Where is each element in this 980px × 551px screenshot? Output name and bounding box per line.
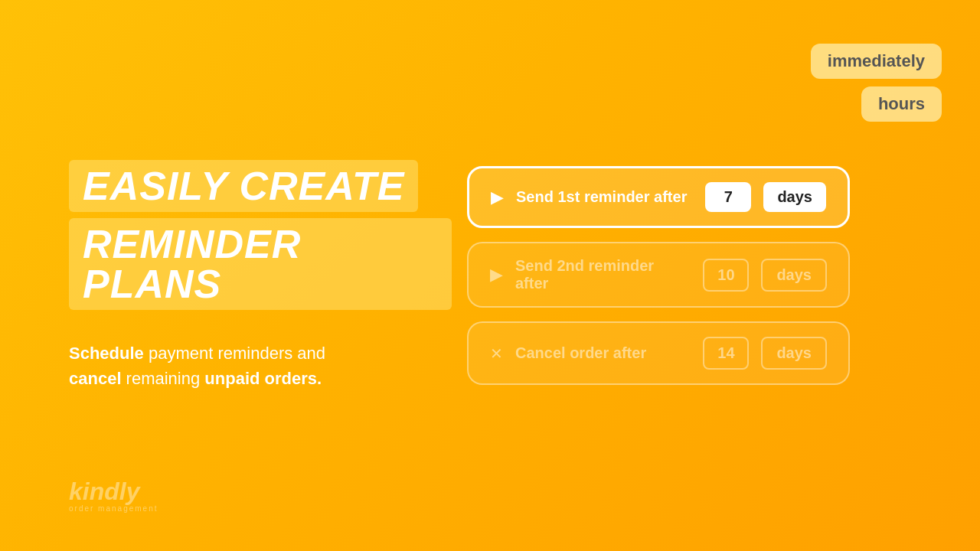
badge-container: immediately hours: [811, 44, 942, 122]
title-line1: EASILY CREATE: [69, 160, 418, 212]
reminder-card-3[interactable]: ✕ Cancel order after days: [467, 321, 850, 385]
main-container: EASILY CREATE REMINDER PLANS Schedule pa…: [0, 0, 980, 551]
cancel-icon: ✕: [490, 344, 503, 363]
title-line2-text: REMINDER PLANS: [83, 222, 301, 306]
right-section: immediately hours ▶ Send 1st reminder af…: [467, 166, 911, 385]
unit-label-2[interactable]: days: [761, 259, 827, 292]
left-section: EASILY CREATE REMINDER PLANS Schedule pa…: [69, 160, 452, 391]
logo-name: kindly: [69, 479, 158, 504]
play-icon-2: ▶: [490, 265, 503, 285]
card-label-2: Send 2nd reminder after: [515, 257, 691, 292]
title-line1-text: EASILY CREATE: [83, 164, 404, 208]
badge-immediately[interactable]: immediately: [811, 44, 942, 79]
desc-unpaid: unpaid orders.: [204, 369, 322, 388]
title-line2: REMINDER PLANS: [69, 218, 452, 310]
title-block: EASILY CREATE REMINDER PLANS: [69, 160, 452, 310]
desc-schedule: Schedule: [69, 344, 144, 363]
reminder-card-1[interactable]: ▶ Send 1st reminder after days: [467, 166, 850, 228]
card-label-1: Send 1st reminder after: [516, 188, 693, 206]
number-input-2[interactable]: [703, 259, 749, 292]
description: Schedule payment reminders and cancel re…: [69, 341, 375, 391]
desc-cancel: cancel: [69, 369, 122, 388]
number-input-3[interactable]: [703, 337, 749, 370]
logo-subtitle: order management: [69, 505, 158, 513]
unit-label-3[interactable]: days: [761, 337, 827, 370]
reminder-card-2[interactable]: ▶ Send 2nd reminder after days: [467, 242, 850, 308]
unit-label-1[interactable]: days: [763, 182, 826, 212]
play-icon-1: ▶: [491, 187, 504, 207]
number-input-1[interactable]: [705, 182, 751, 212]
card-label-3: Cancel order after: [515, 344, 691, 362]
badge-hours[interactable]: hours: [861, 86, 942, 122]
logo: kindly order management: [69, 479, 158, 513]
